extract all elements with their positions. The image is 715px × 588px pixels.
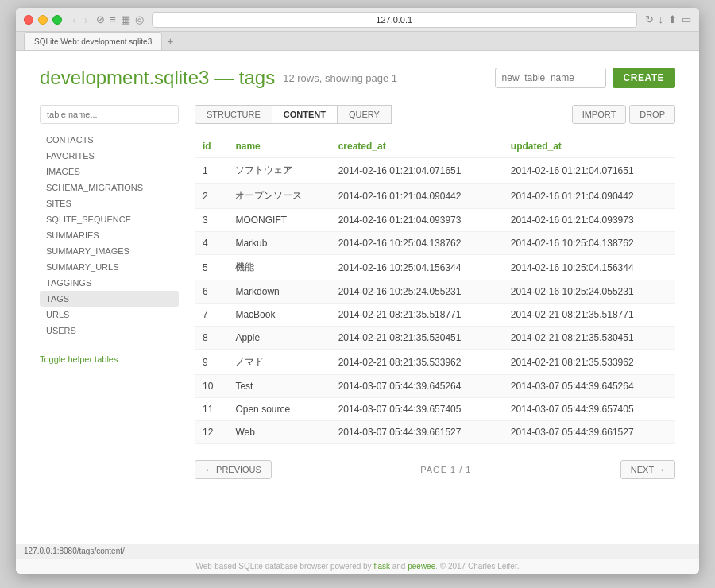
col-created-at: created_at xyxy=(330,136,503,157)
cell-id: 2 xyxy=(195,184,227,209)
sidebar-search-input[interactable] xyxy=(40,105,179,124)
sidebar-item-tags[interactable]: TAGS xyxy=(40,291,179,307)
toggle-helper-tables[interactable]: Toggle helper tables xyxy=(40,354,179,364)
main-area: STRUCTURE CONTENT QUERY IMPORT DROP xyxy=(179,105,675,479)
tab-structure[interactable]: STRUCTURE xyxy=(195,105,272,124)
table-row[interactable]: 8Apple2014-02-21 08:21:35.5304512014-02-… xyxy=(195,327,675,350)
maximize-button[interactable] xyxy=(52,15,62,25)
cell-created_at: 2014-02-16 01:21:04.093973 xyxy=(330,209,503,232)
newwindow-icon[interactable]: ▭ xyxy=(682,14,691,25)
next-button[interactable]: NEXT → xyxy=(620,460,675,479)
cell-name: Markub xyxy=(227,232,330,255)
sidebar-item-users[interactable]: USERS xyxy=(40,323,179,338)
cell-name: MacBook xyxy=(227,304,330,327)
sidebar-item-label: TAGS xyxy=(46,294,69,304)
header-actions: CREATE xyxy=(495,68,675,88)
tab-bar: SQLite Web: development.sqlite3 + xyxy=(16,32,699,51)
table-row[interactable]: 11Open source2014-03-07 05:44:39.6574052… xyxy=(195,398,675,421)
sidebar-item-sqlite-sequence[interactable]: SQLITE_SEQUENCE xyxy=(40,211,179,227)
cell-id: 4 xyxy=(195,232,227,255)
sidebar-item-summary-images[interactable]: SUMMARY_IMAGES xyxy=(40,243,179,259)
cell-id: 5 xyxy=(195,255,227,280)
table-row[interactable]: 3MOONGIFT2014-02-16 01:21:04.0939732014-… xyxy=(195,209,675,232)
sidebar-item-schema-migrations[interactable]: SCHEMA_MIGRATIONS xyxy=(40,180,179,195)
cell-name: MOONGIFT xyxy=(227,209,330,232)
cell-id: 8 xyxy=(195,327,227,350)
sidebar-item-label: IMAGES xyxy=(46,167,80,176)
import-button[interactable]: IMPORT xyxy=(572,105,627,124)
cell-id: 11 xyxy=(195,398,227,421)
footer-text: Web-based SQLite database browser powere… xyxy=(196,562,520,571)
address-text: 127.0.0.1 xyxy=(376,15,412,25)
table-row[interactable]: 7MacBook2014-02-21 08:21:35.5187712014-0… xyxy=(195,304,675,327)
minimize-button[interactable] xyxy=(38,15,48,25)
browser-tab[interactable]: SQLite Web: development.sqlite3 xyxy=(24,32,162,50)
sidebar-item-favorites[interactable]: FAVORITES xyxy=(40,148,179,164)
sidebar-item-urls[interactable]: URLS xyxy=(40,307,179,323)
browser-window: ‹ › ⊘ ≡ ▦ ◎ 127.0.0.1 ↻ ↓ ⬆ ▭ SQLite Web… xyxy=(16,8,699,574)
cell-id: 3 xyxy=(195,209,227,232)
table-row[interactable]: 12Web2014-03-07 05:44:39.6615272014-03-0… xyxy=(195,421,675,444)
tab-content-label: CONTENT xyxy=(284,110,326,119)
prev-button[interactable]: ← PREVIOUS xyxy=(195,460,272,479)
footer: Web-based SQLite database browser powere… xyxy=(16,558,699,574)
close-button[interactable] xyxy=(24,15,33,25)
title-bar: ‹ › ⊘ ≡ ▦ ◎ 127.0.0.1 ↻ ↓ ⬆ ▭ xyxy=(16,8,699,32)
tab-query[interactable]: QUERY xyxy=(338,105,392,124)
peewee-link[interactable]: peewee xyxy=(408,562,435,571)
back-button[interactable]: ‹ xyxy=(70,14,79,26)
tab-content[interactable]: CONTENT xyxy=(272,105,338,124)
download-icon[interactable]: ↓ xyxy=(659,14,664,25)
sidebar-item-images[interactable]: IMAGES xyxy=(40,164,179,180)
table-row[interactable]: 4Markub2014-02-16 10:25:04.1387622014-02… xyxy=(195,232,675,255)
cell-id: 9 xyxy=(195,350,227,375)
new-tab-button[interactable]: + xyxy=(167,32,173,50)
layers-icon[interactable]: ≡ xyxy=(110,14,116,25)
content-tabs: STRUCTURE CONTENT QUERY IMPORT DROP xyxy=(195,105,675,124)
table-row[interactable]: 2オープンソース2014-02-16 01:21:04.0904422014-0… xyxy=(195,184,675,209)
table-name: tags xyxy=(239,67,275,88)
address-bar[interactable]: 127.0.0.1 xyxy=(152,12,637,28)
new-table-input[interactable] xyxy=(495,68,606,88)
cell-id: 12 xyxy=(195,421,227,444)
flask-link[interactable]: flask xyxy=(373,562,390,571)
drop-button[interactable]: DROP xyxy=(629,105,675,124)
sidebar-item-label: FAVORITES xyxy=(46,151,95,161)
sidebar-item-sites[interactable]: SITES xyxy=(40,195,179,211)
image-icon[interactable]: ▦ xyxy=(121,14,130,25)
tab-actions: IMPORT DROP xyxy=(572,105,675,124)
data-table: id name created_at updated_at 1ソフトウェア201… xyxy=(195,136,675,444)
sidebar-item-label: SCHEMA_MIGRATIONS xyxy=(46,183,143,192)
toolbar-icons: ⊘ ≡ ▦ ◎ xyxy=(96,14,144,25)
table-row[interactable]: 9ノマド2014-02-21 08:21:35.5339622014-02-21… xyxy=(195,350,675,375)
cell-updated_at: 2014-02-21 08:21:35.530451 xyxy=(503,327,675,350)
sidebar-item-contacts[interactable]: CONTACTS xyxy=(40,132,179,148)
table-row[interactable]: 5機能2014-02-16 10:25:04.1563442014-02-16 … xyxy=(195,255,675,280)
cell-created_at: 2014-02-16 10:25:24.055231 xyxy=(330,280,503,304)
page-header: development.sqlite3 — tags 12 rows, show… xyxy=(40,67,675,89)
status-bar: 127.0.0.1:8080/tags/content/ xyxy=(16,544,699,558)
cell-updated_at: 2014-02-16 10:25:04.138762 xyxy=(503,232,675,255)
cell-id: 7 xyxy=(195,304,227,327)
cell-name: ノマド xyxy=(227,350,330,375)
camera-icon[interactable]: ◎ xyxy=(135,14,144,25)
table-row[interactable]: 6Markdown2014-02-16 10:25:24.0552312014-… xyxy=(195,280,675,304)
sidebar-item-taggings[interactable]: TAGGINGS xyxy=(40,275,179,291)
cell-id: 10 xyxy=(195,375,227,398)
table-row[interactable]: 1ソフトウェア2014-02-16 01:21:04.0716512014-02… xyxy=(195,157,675,184)
table-row[interactable]: 10Test2014-03-07 05:44:39.6452642014-03-… xyxy=(195,375,675,398)
cell-created_at: 2014-03-07 05:44:39.645264 xyxy=(330,375,503,398)
cell-name: Apple xyxy=(227,327,330,350)
traffic-lights xyxy=(24,15,62,25)
sidebar-item-summary-urls[interactable]: SUMMARY_URLS xyxy=(40,259,179,275)
cell-updated_at: 2014-03-07 05:44:39.645264 xyxy=(503,375,675,398)
create-button[interactable]: CREATE xyxy=(613,68,675,88)
nav-buttons: ‹ › xyxy=(70,14,90,26)
share-icon[interactable]: ⬆ xyxy=(668,14,677,25)
refresh-icon[interactable]: ↻ xyxy=(645,14,654,25)
reload-icon[interactable]: ⊘ xyxy=(96,14,105,25)
cell-name: Web xyxy=(227,421,330,444)
sidebar-item-summaries[interactable]: SUMMARIES xyxy=(40,227,179,243)
db-title: development.sqlite3 — tags xyxy=(40,67,275,89)
forward-button[interactable]: › xyxy=(82,14,91,26)
